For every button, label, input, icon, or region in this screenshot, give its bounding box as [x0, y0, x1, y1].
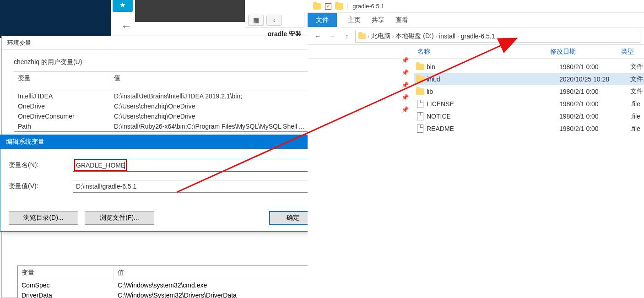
- pin-icon[interactable]: 📌: [401, 81, 409, 88]
- file-list[interactable]: bin1980/2/1 0:00文件init.d2020/10/25 10:28…: [414, 60, 644, 135]
- table-row[interactable]: IntelliJ IDEAD:\install\JetBrains\Intell…: [14, 91, 352, 101]
- file-row[interactable]: README1980/2/1 0:00.file: [414, 122, 644, 135]
- file-name: bin: [427, 63, 559, 70]
- file-icon: [417, 100, 423, 108]
- folder-icon: [358, 33, 366, 39]
- pin-icon[interactable]: 📌: [401, 94, 409, 101]
- file-row[interactable]: lib1980/2/1 0:00文件: [414, 85, 644, 98]
- file-name: lib: [427, 88, 559, 95]
- pin-icon[interactable]: 📌: [401, 106, 409, 113]
- var-name-cell: DriverData: [18, 290, 114, 298]
- bookmark-icon-button[interactable]: [113, 0, 133, 12]
- browse-file-button[interactable]: 浏览文件(F)...: [85, 211, 154, 225]
- file-date: 1980/2/1 0:00: [559, 63, 630, 70]
- file-type: .file: [630, 125, 644, 132]
- breadcrumb-item[interactable]: 此电脑: [371, 32, 390, 40]
- nav-back-button[interactable]: ←: [311, 30, 324, 42]
- background-browser-area: ← ▦ ‹ gradle 安装程: [0, 0, 308, 38]
- pin-icon[interactable]: 📌: [401, 69, 409, 76]
- explorer-separator: |: [347, 2, 349, 11]
- table-row[interactable]: PathD:\install\Ruby26-x64\bin;C:\Program…: [14, 121, 352, 131]
- chevron-left-button[interactable]: ‹: [266, 15, 282, 26]
- folder-icon: [416, 64, 424, 70]
- table-row[interactable]: ComSpecC:\Windows\system32\cmd.exe: [18, 280, 351, 290]
- nav-up-button[interactable]: ↑: [341, 30, 353, 42]
- file-name: NOTICE: [427, 113, 559, 120]
- file-date: 2020/10/25 10:28: [559, 76, 630, 83]
- file-name: LICENSE: [427, 100, 559, 108]
- file-row[interactable]: init.d2020/10/25 10:28文件: [414, 73, 644, 85]
- explorer-window-title: gradle-6.5.1: [352, 3, 384, 10]
- file-type: 文件: [630, 63, 644, 71]
- grid-button[interactable]: ▦: [248, 15, 264, 26]
- ribbon-tab-share[interactable]: 共享: [372, 16, 384, 24]
- var-name-cell: OneDriveConsumer: [14, 111, 110, 121]
- file-type: .file: [630, 113, 644, 120]
- breadcrumb-item[interactable]: install: [439, 33, 455, 40]
- folder-icon: [416, 76, 424, 82]
- system-vars-table[interactable]: 变量 值 ComSpecC:\Windows\system32\cmd.exeD…: [17, 265, 352, 298]
- var-name-cell: Path: [14, 121, 110, 131]
- file-name: init.d: [427, 76, 559, 83]
- file-row[interactable]: LICENSE1980/2/1 0:00.file: [414, 98, 644, 110]
- chevron-right-icon: ›: [436, 33, 438, 39]
- file-name: README: [427, 125, 559, 132]
- var-name-cell: OneDrive: [14, 101, 110, 111]
- file-row[interactable]: bin1980/2/1 0:00文件: [414, 60, 644, 73]
- folder-icon: [313, 3, 321, 10]
- edit-dialog-title: 编辑系统变量: [6, 138, 44, 146]
- ribbon-tab-view[interactable]: 查看: [395, 16, 408, 24]
- folder-icon: [416, 88, 424, 95]
- ribbon-tab-file[interactable]: 文件: [308, 13, 337, 27]
- table-row[interactable]: OneDriveConsumerC:\Users\chenzhiq\OneDri…: [14, 111, 352, 121]
- chevron-right-icon: ›: [392, 33, 394, 39]
- explorer-ribbon: 文件 主页 共享 查看: [308, 13, 644, 27]
- col-header-date[interactable]: 修改日期: [550, 48, 621, 56]
- var-name-label: 变量名(N):: [9, 161, 73, 169]
- breadcrumb-item[interactable]: gradle-6.5.1: [461, 33, 495, 40]
- file-type: 文件: [630, 87, 644, 96]
- table-row[interactable]: OneDriveC:\Users\chenzhiq\OneDrive: [14, 101, 352, 111]
- file-date: 1980/2/1 0:00: [559, 88, 630, 95]
- toolbar-strip: ▦ ‹: [245, 13, 304, 27]
- breadcrumb-item[interactable]: 本地磁盘 (D:): [395, 32, 433, 40]
- file-list-columns: 名称 修改日期 类型: [308, 45, 644, 59]
- file-type: .file: [630, 100, 644, 108]
- checkbox-icon[interactable]: ✓: [325, 3, 331, 10]
- explorer-titlebar[interactable]: ✓ | gradle-6.5.1: [308, 0, 644, 13]
- explorer-breadcrumb-bar: ← → ↑ › 此电脑 › 本地磁盘 (D:) › install › grad…: [308, 27, 644, 45]
- var-name-cell: IntelliJ IDEA: [14, 91, 110, 101]
- file-date: 1980/2/1 0:00: [559, 100, 630, 108]
- env-dialog-title: 环境变量: [7, 39, 31, 47]
- file-explorer-window: ✓ | gradle-6.5.1 文件 主页 共享 查看 ← → ↑ › 此电脑…: [308, 0, 644, 298]
- table-row[interactable]: DriverDataC:\Windows\System32\Drivers\Dr…: [18, 290, 351, 298]
- quick-access-pins: 📌 📌 📌 📌 📌: [397, 57, 413, 113]
- file-date: 1980/2/1 0:00: [559, 125, 630, 132]
- back-arrow-icon[interactable]: ←: [121, 20, 132, 33]
- address-bar[interactable]: › 此电脑 › 本地磁盘 (D:) › install › gradle-6.5…: [355, 30, 640, 43]
- browser-tab-dark: [135, 0, 245, 22]
- chevron-right-icon: ›: [457, 33, 459, 39]
- file-date: 1980/2/1 0:00: [559, 113, 630, 120]
- col-header-name[interactable]: 变量: [14, 71, 110, 91]
- col-header-name[interactable]: 变量: [18, 266, 114, 280]
- folder-icon: [335, 3, 343, 10]
- file-icon: [417, 125, 423, 133]
- dark-side-panel: [0, 0, 111, 38]
- file-icon: [417, 112, 423, 120]
- pin-icon[interactable]: 📌: [401, 57, 409, 64]
- user-vars-table[interactable]: 变量 值 IntelliJ IDEAD:\install\JetBrains\I…: [14, 71, 352, 132]
- file-type: 文件: [630, 75, 644, 83]
- var-name-cell: ComSpec: [18, 280, 114, 290]
- ribbon-tab-home[interactable]: 主页: [348, 16, 361, 24]
- nav-forward-button[interactable]: →: [326, 30, 339, 42]
- file-row[interactable]: NOTICE1980/2/1 0:00.file: [414, 110, 644, 122]
- col-header-name[interactable]: 名称: [417, 48, 550, 56]
- var-value-label: 变量值(V):: [9, 182, 73, 190]
- browse-dir-button[interactable]: 浏览目录(D)...: [9, 211, 78, 225]
- col-header-type[interactable]: 类型: [621, 48, 644, 56]
- chevron-right-icon: ›: [368, 33, 369, 39]
- user-vars-label: chenzhiq 的用户变量(U): [14, 58, 352, 66]
